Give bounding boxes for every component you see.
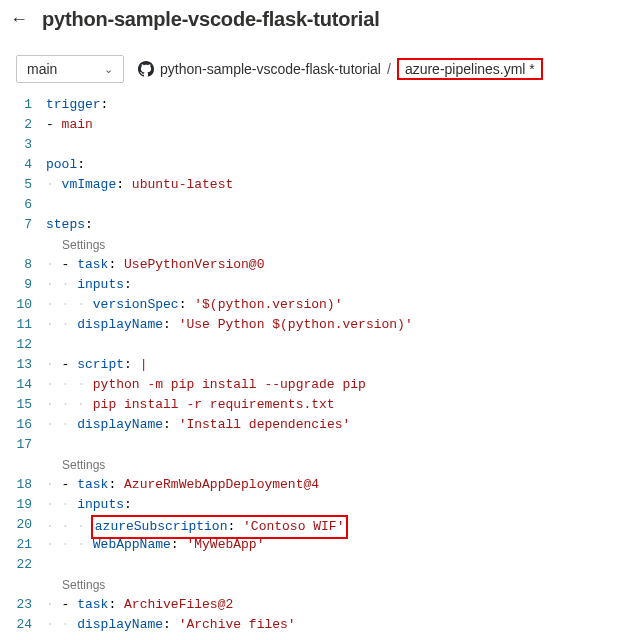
line-number-gutter: 1 2 3 4 5 6 7 8 9 10 11 12 13 14 15 16 1… [0, 95, 46, 635]
line-number: 13 [0, 355, 32, 375]
line-number: 17 [0, 435, 32, 455]
line-number: 15 [0, 395, 32, 415]
line-number: 9 [0, 275, 32, 295]
line-number: 22 [0, 555, 32, 575]
code-content[interactable]: trigger: - main pool: · vmImage: ubuntu-… [46, 95, 625, 635]
line-number: 19 [0, 495, 32, 515]
line-number: 5 [0, 175, 32, 195]
line-number: 24 [0, 615, 32, 635]
line-number: 21 [0, 535, 32, 555]
line-number: 20 [0, 515, 32, 535]
line-number: 16 [0, 415, 32, 435]
breadcrumb-filename[interactable]: azure-pipelines.yml * [397, 58, 543, 80]
breadcrumb: python-sample-vscode-flask-tutorial / az… [138, 58, 543, 80]
line-number: 18 [0, 475, 32, 495]
line-number: 23 [0, 595, 32, 615]
line-number: 14 [0, 375, 32, 395]
back-arrow-icon[interactable]: ← [10, 9, 30, 30]
branch-name: main [27, 61, 57, 77]
branch-selector[interactable]: main ⌄ [16, 55, 124, 83]
line-number: 6 [0, 195, 32, 215]
settings-codelens[interactable]: Settings [46, 455, 625, 475]
line-number: 7 [0, 215, 32, 235]
line-number: 8 [0, 255, 32, 275]
code-editor[interactable]: 1 2 3 4 5 6 7 8 9 10 11 12 13 14 15 16 1… [0, 91, 625, 635]
line-number: 10 [0, 295, 32, 315]
line-number: 12 [0, 335, 32, 355]
page-title: python-sample-vscode-flask-tutorial [42, 8, 380, 31]
settings-codelens[interactable]: Settings [46, 575, 625, 595]
line-number: 4 [0, 155, 32, 175]
toolbar: main ⌄ python-sample-vscode-flask-tutori… [0, 45, 625, 91]
header: ← python-sample-vscode-flask-tutorial [0, 0, 625, 45]
chevron-down-icon: ⌄ [104, 63, 113, 76]
line-number: 11 [0, 315, 32, 335]
line-number: 3 [0, 135, 32, 155]
line-number: 2 [0, 115, 32, 135]
breadcrumb-separator: / [387, 61, 391, 77]
line-number: 1 [0, 95, 32, 115]
breadcrumb-repo[interactable]: python-sample-vscode-flask-tutorial [160, 61, 381, 77]
github-icon [138, 61, 154, 77]
settings-codelens[interactable]: Settings [46, 235, 625, 255]
